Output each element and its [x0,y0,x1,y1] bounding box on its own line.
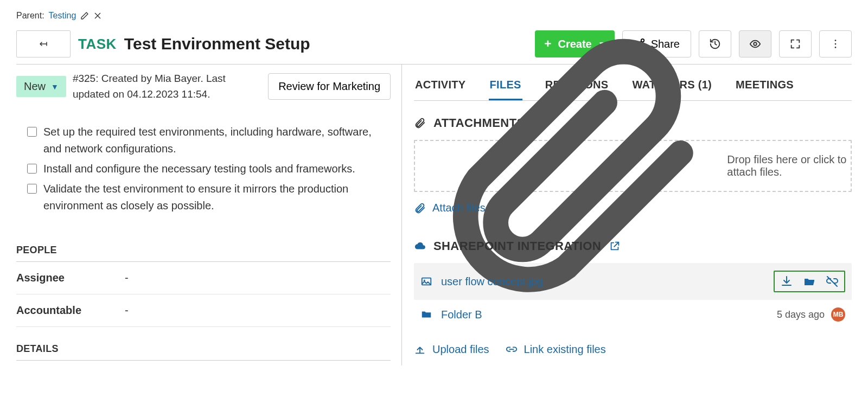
download-icon [780,275,793,288]
assignee-value[interactable]: - [125,272,129,284]
description-checklist: Set up the required test environments, i… [16,113,391,239]
folder-icon [420,309,432,320]
eye-icon [749,38,761,50]
svg-point-5 [835,43,837,45]
checklist-item: Validate the test environment to ensure … [27,181,391,214]
checklist-checkbox[interactable] [27,127,37,137]
checklist-text: Set up the required test environments, i… [43,124,391,157]
watch-button[interactable] [739,30,771,57]
image-icon [420,275,432,287]
dropzone[interactable]: Drop files here or click to attach files… [414,140,852,192]
meta-info-text: #325: Created by Mia Bayer. Last updated… [73,71,252,102]
svg-point-4 [835,40,837,41]
chevron-down-icon: ▼ [51,82,59,91]
paperclip-plus-icon [414,202,426,214]
pencil-icon[interactable] [80,11,89,20]
paperclip-plus-icon [415,14,718,317]
status-label: New [24,80,46,93]
kebab-icon [829,38,841,50]
checklist-checkbox[interactable] [27,164,37,174]
details-heading: DETAILS [16,338,391,361]
status-dropdown[interactable]: New ▼ [16,76,66,97]
tab-meetings[interactable]: MEETINGS [735,73,795,100]
avatar: MB [831,307,845,322]
download-button[interactable] [780,275,793,288]
expand-icon [789,38,801,50]
checklist-text: Install and configure the necessary test… [43,161,355,177]
page-title: Test Environment Setup [124,35,310,53]
svg-point-6 [835,47,837,48]
checklist-item: Set up the required test environments, i… [27,124,391,157]
fullscreen-button[interactable] [779,30,812,57]
upload-files-link[interactable]: Upload files [414,343,489,356]
upload-icon [414,344,426,356]
file-name[interactable]: user flow concept.jpg [441,275,543,288]
external-link-icon[interactable] [609,240,621,252]
accountable-row: Accountable - [16,294,391,327]
checklist-text: Validate the test environment to ensure … [43,181,391,214]
unlink-icon [826,275,839,288]
accountable-value[interactable]: - [125,304,129,317]
folder-age: 5 days ago [777,309,825,320]
folder-open-icon [803,275,816,288]
accountable-label: Accountable [16,304,125,317]
dropzone-text: Drop files here or click to attach files… [727,153,851,178]
cloud-icon [414,240,426,252]
more-button[interactable] [819,30,852,57]
checklist-checkbox[interactable] [27,184,37,194]
breadcrumb-parent-link[interactable]: Testing [49,11,76,21]
unlink-button[interactable] [826,275,839,288]
assignee-label: Assignee [16,272,125,284]
review-marketing-button[interactable]: Review for Marketing [268,73,391,100]
work-item-type: TASK [78,36,117,53]
close-icon[interactable] [93,11,102,20]
back-button[interactable] [16,30,71,57]
breadcrumb-label: Parent: [16,11,44,21]
link-existing-files-link[interactable]: Link existing files [506,343,606,356]
link-icon [506,344,518,356]
folder-name[interactable]: Folder B [441,309,482,321]
checklist-item: Install and configure the necessary test… [27,161,391,177]
file-actions-highlight [774,271,845,292]
svg-point-3 [754,42,757,46]
people-heading: PEOPLE [16,239,391,262]
assignee-row: Assignee - [16,262,391,294]
open-folder-button[interactable] [803,275,816,288]
